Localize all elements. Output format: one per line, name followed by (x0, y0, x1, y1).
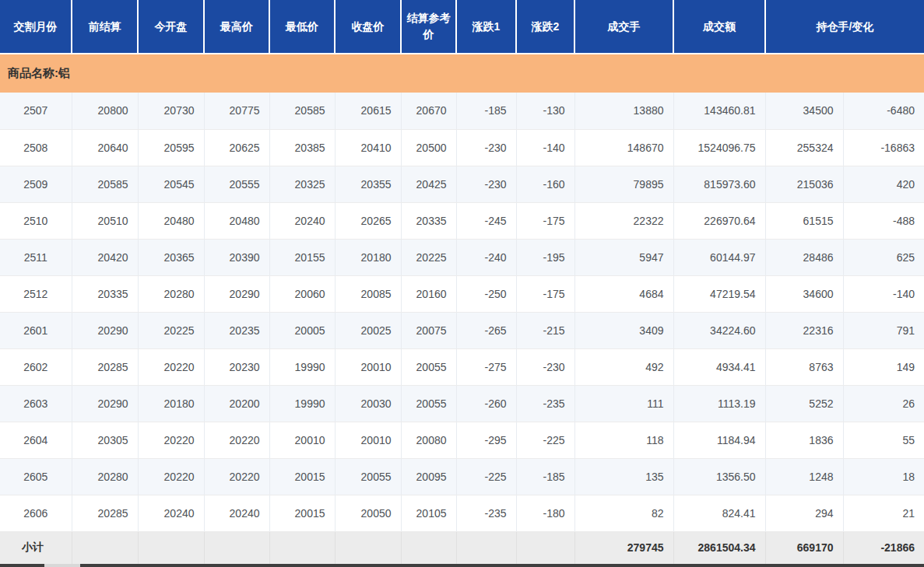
subtotal-empty-cell (456, 531, 516, 564)
settlement-ref-price-cell: 20335 (401, 202, 456, 239)
product-name-label: 商品名称:铝 (0, 54, 924, 93)
high-price-cell: 20480 (204, 202, 269, 239)
close-price-cell: 20025 (335, 312, 401, 348)
oi-change-cell: 18 (843, 458, 924, 495)
settlement-ref-price-cell: 20160 (401, 275, 456, 312)
volume-cell: 118 (574, 422, 673, 458)
prev-settlement-cell: 20800 (72, 93, 138, 129)
change-2-cell: -215 (516, 312, 574, 348)
scrollbar-track-segment (44, 564, 80, 567)
turnover-cell: 1524096.75 (673, 129, 765, 166)
settlement-ref-price-cell: 20075 (401, 312, 456, 348)
table-row: 2512203352028020290200602008520160-250-1… (0, 275, 924, 312)
subtotal-volume: 279745 (574, 531, 673, 564)
close-price-cell: 20050 (335, 495, 401, 531)
col-header-turnover: 成交额 (673, 0, 765, 54)
low-price-cell: 20585 (269, 93, 335, 129)
open-interest-cell: 34500 (765, 93, 843, 129)
subtotal-open-interest: 669170 (765, 531, 843, 564)
col-header-volume: 成交手 (574, 0, 673, 54)
volume-cell: 13880 (574, 93, 673, 129)
open-price-cell: 20595 (138, 129, 204, 166)
change-1-cell: -185 (456, 93, 516, 129)
close-price-cell: 20010 (335, 422, 401, 458)
oi-change-cell: 625 (843, 239, 924, 275)
volume-cell: 111 (574, 385, 673, 422)
prev-settlement-cell: 20305 (72, 422, 138, 458)
turnover-cell: 47219.54 (673, 275, 765, 312)
volume-cell: 135 (574, 458, 673, 495)
table-row: 2507208002073020775205852061520670-185-1… (0, 93, 924, 129)
settlement-ref-price-cell: 20055 (401, 385, 456, 422)
change-2-cell: -195 (516, 239, 574, 275)
turnover-cell: 143460.81 (673, 93, 765, 129)
col-header-close-price: 收盘价 (335, 0, 401, 54)
change-2-cell: -230 (516, 348, 574, 385)
volume-cell: 4684 (574, 275, 673, 312)
table-row: 2508206402059520625203852041020500-230-1… (0, 129, 924, 166)
prev-settlement-cell: 20510 (72, 202, 138, 239)
change-1-cell: -260 (456, 385, 516, 422)
delivery-month-cell: 2510 (0, 202, 72, 239)
quotes-rows: 2507208002073020775205852061520670-185-1… (0, 93, 924, 531)
turnover-cell: 4934.41 (673, 348, 765, 385)
open-price-cell: 20480 (138, 202, 204, 239)
horizontal-scrollbar[interactable] (0, 564, 924, 567)
prev-settlement-cell: 20420 (72, 239, 138, 275)
subtotal-label: 小计 (0, 531, 72, 564)
change-2-cell: -235 (516, 385, 574, 422)
turnover-cell: 1184.94 (673, 422, 765, 458)
low-price-cell: 20385 (269, 129, 335, 166)
col-header-settlement-ref-price: 结算参考价 (401, 0, 456, 54)
delivery-month-cell: 2602 (0, 348, 72, 385)
low-price-cell: 20240 (269, 202, 335, 239)
close-price-cell: 20355 (335, 166, 401, 202)
low-price-cell: 20010 (269, 422, 335, 458)
table-row: 2603202902018020200199902003020055-260-2… (0, 385, 924, 422)
turnover-cell: 824.41 (673, 495, 765, 531)
prev-settlement-cell: 20640 (72, 129, 138, 166)
delivery-month-cell: 2512 (0, 275, 72, 312)
open-interest-cell: 22316 (765, 312, 843, 348)
delivery-month-cell: 2509 (0, 166, 72, 202)
volume-cell: 3409 (574, 312, 673, 348)
high-price-cell: 20240 (204, 495, 269, 531)
oi-change-cell: 55 (843, 422, 924, 458)
change-2-cell: -175 (516, 202, 574, 239)
table-row: 2509205852054520555203252035520425-230-1… (0, 166, 924, 202)
low-price-cell: 20005 (269, 312, 335, 348)
delivery-month-cell: 2601 (0, 312, 72, 348)
close-price-cell: 20055 (335, 458, 401, 495)
delivery-month-cell: 2511 (0, 239, 72, 275)
low-price-cell: 20015 (269, 495, 335, 531)
open-interest-cell: 28486 (765, 239, 843, 275)
close-price-cell: 20410 (335, 129, 401, 166)
subtotal-oi-change: -21866 (843, 531, 924, 564)
prev-settlement-cell: 20285 (72, 495, 138, 531)
oi-change-cell: 21 (843, 495, 924, 531)
turnover-cell: 60144.97 (673, 239, 765, 275)
oi-change-cell: 420 (843, 166, 924, 202)
high-price-cell: 20775 (204, 93, 269, 129)
high-price-cell: 20625 (204, 129, 269, 166)
open-interest-cell: 1248 (765, 458, 843, 495)
open-price-cell: 20545 (138, 166, 204, 202)
table-row: 2606202852024020240200152005020105-235-1… (0, 495, 924, 531)
close-price-cell: 20085 (335, 275, 401, 312)
subtotal-empty-cell (204, 531, 269, 564)
high-price-cell: 20290 (204, 275, 269, 312)
prev-settlement-cell: 20285 (72, 348, 138, 385)
open-price-cell: 20365 (138, 239, 204, 275)
futures-quotes-table: 交割月份 前结算 今开盘 最高价 最低价 收盘价 结算参考价 涨跌1 涨跌2 成… (0, 0, 924, 564)
col-header-open-interest-change: 持仓手/变化 (765, 0, 924, 54)
open-price-cell: 20225 (138, 312, 204, 348)
subtotal-empty-cell (401, 531, 456, 564)
open-price-cell: 20730 (138, 93, 204, 129)
change-1-cell: -265 (456, 312, 516, 348)
close-price-cell: 20010 (335, 348, 401, 385)
oi-change-cell: -140 (843, 275, 924, 312)
low-price-cell: 20325 (269, 166, 335, 202)
prev-settlement-cell: 20280 (72, 458, 138, 495)
change-1-cell: -240 (456, 239, 516, 275)
delivery-month-cell: 2603 (0, 385, 72, 422)
